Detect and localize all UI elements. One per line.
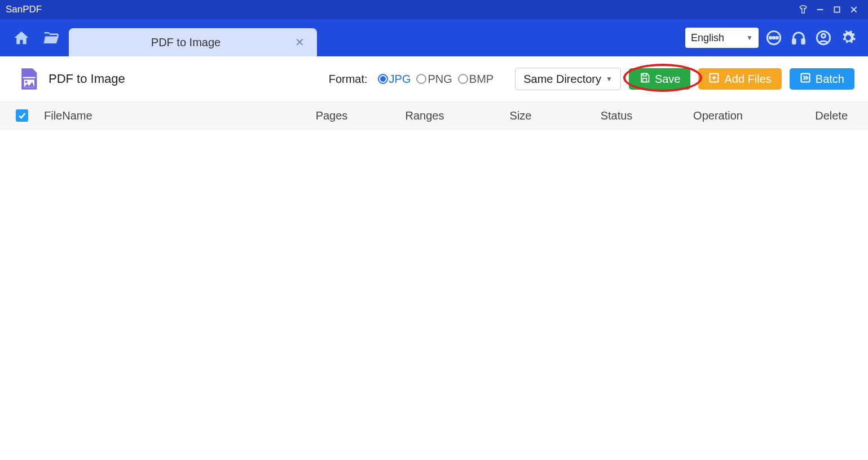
gear-icon[interactable] <box>839 28 858 47</box>
format-radio-png[interactable]: PNG <box>416 73 452 86</box>
chevron-down-icon: ▼ <box>746 34 753 42</box>
chat-icon[interactable] <box>764 28 783 47</box>
home-icon[interactable] <box>10 26 33 49</box>
titlebar: SanPDF <box>0 0 868 19</box>
svg-rect-15 <box>643 78 647 82</box>
close-button[interactable] <box>845 1 862 18</box>
format-bmp-label: BMP <box>469 73 494 86</box>
batch-label: Batch <box>816 73 844 86</box>
minimize-button[interactable] <box>812 1 829 18</box>
col-header-operation: Operation <box>664 109 772 122</box>
svg-point-7 <box>776 37 778 39</box>
svg-point-13 <box>25 81 27 83</box>
pdf-to-image-icon <box>16 67 41 91</box>
user-icon[interactable] <box>814 28 833 47</box>
content-area: PDF to Image Format: JPG PNG BMP Same Di… <box>0 56 868 130</box>
save-label: Save <box>655 73 681 86</box>
col-header-filename: FileName <box>44 109 287 122</box>
svg-point-5 <box>769 37 772 39</box>
svg-point-6 <box>773 37 775 39</box>
tab-close-icon[interactable]: ✕ <box>293 36 307 49</box>
table-header-row: FileName Pages Ranges Size Status Operat… <box>0 101 868 130</box>
svg-rect-8 <box>793 39 796 43</box>
action-row: PDF to Image Format: JPG PNG BMP Same Di… <box>0 56 868 101</box>
language-label: English <box>691 32 724 44</box>
select-all-checkbox[interactable] <box>16 109 28 122</box>
batch-icon <box>800 72 811 86</box>
save-button[interactable]: Save <box>629 68 691 90</box>
directory-label: Same Directory <box>523 73 601 86</box>
tab-pdf-to-image[interactable]: PDF to Image ✕ <box>69 28 317 56</box>
svg-rect-9 <box>802 39 805 43</box>
app-title: SanPDF <box>6 4 42 15</box>
save-floppy-icon <box>639 72 650 86</box>
add-files-label: Add Files <box>724 73 771 86</box>
svg-rect-1 <box>834 7 839 12</box>
batch-button[interactable]: Batch <box>790 68 854 90</box>
add-files-button[interactable]: Add Files <box>698 68 781 90</box>
col-header-ranges: Ranges <box>377 109 473 122</box>
headphones-icon[interactable] <box>789 28 808 47</box>
language-select[interactable]: English ▼ <box>685 28 759 48</box>
format-label: Format: <box>329 73 368 86</box>
col-header-size: Size <box>473 109 569 122</box>
open-folder-icon[interactable] <box>39 26 62 49</box>
svg-rect-14 <box>643 73 647 76</box>
page-title: PDF to Image <box>49 72 125 86</box>
format-radio-bmp[interactable]: BMP <box>458 73 494 86</box>
output-directory-dropdown[interactable]: Same Directory ▼ <box>515 68 621 90</box>
tshirt-icon[interactable] <box>795 1 812 18</box>
tab-label: PDF to Image <box>79 36 293 49</box>
format-radio-group: JPG PNG BMP <box>378 73 497 86</box>
maximize-button[interactable] <box>829 1 845 18</box>
format-radio-jpg[interactable]: JPG <box>378 73 411 86</box>
col-header-delete: Delete <box>772 109 852 122</box>
chevron-down-icon: ▼ <box>606 75 613 83</box>
svg-point-11 <box>822 34 826 38</box>
col-header-status: Status <box>569 109 664 122</box>
col-header-pages: Pages <box>287 109 377 122</box>
main-toolbar: PDF to Image ✕ English ▼ <box>0 19 868 56</box>
format-png-label: PNG <box>428 73 452 86</box>
plus-icon <box>708 72 720 86</box>
format-jpg-label: JPG <box>389 73 411 86</box>
